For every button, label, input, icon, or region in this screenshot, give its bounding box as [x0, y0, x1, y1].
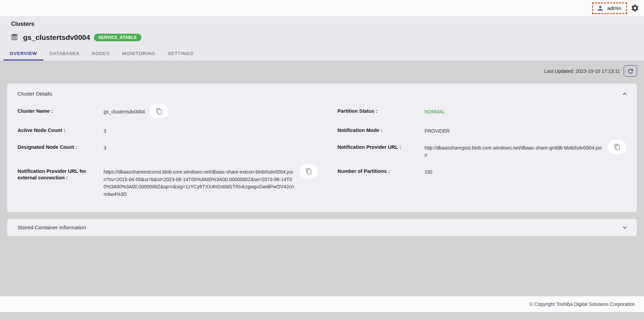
chevron-up-icon — [621, 90, 629, 98]
stored-container-panel: Stored Container Information — [7, 219, 637, 236]
copy-icon — [156, 108, 162, 114]
field-value-wrap: https://dbaasshareextconst.blob.core.win… — [104, 168, 337, 198]
person-icon — [597, 4, 604, 12]
refresh-icon — [627, 68, 634, 75]
field-label: Notification Provider URL for external c… — [18, 168, 104, 181]
field-row: Cluster Name :gs_clustertsdv0004 Partiti… — [18, 108, 626, 118]
field-label: Notification Mode : — [337, 127, 425, 134]
expand-panel-button[interactable] — [621, 224, 629, 231]
field-row: Designated Node Count :3Notification Pro… — [18, 144, 626, 159]
database-icon — [10, 33, 19, 42]
toolbar: Last Updated: 2023-10-10 17:13:11 — [0, 60, 644, 77]
main-content: Last Updated: 2023-10-10 17:13:11 Cluste… — [0, 60, 644, 296]
copyright-text: © Copyright Toshiba Digital Solutions Co… — [529, 301, 635, 307]
field-value: gs_clustertsdv0004 — [104, 108, 145, 116]
breadcrumb: Clusters — [11, 21, 644, 27]
field-value: 3 — [104, 127, 106, 135]
cluster-details-header: Cluster Details — [7, 84, 637, 98]
field-value: PROVIDER — [425, 127, 450, 135]
field-value: http://dbaassharegsst.blob.core.windows.… — [425, 144, 603, 159]
top-bar: admin — [0, 0, 644, 16]
field-value-wrap: 3 — [104, 127, 337, 135]
copy-icon — [305, 168, 312, 175]
tab-overview[interactable]: OVERVIEW — [3, 47, 43, 60]
copy-icon — [614, 144, 621, 150]
copy-button[interactable] — [299, 164, 318, 178]
bottom-strip — [0, 312, 644, 314]
cluster-details-fields: Cluster Name :gs_clustertsdv0004 Partiti… — [7, 98, 637, 212]
field-value: 192 — [425, 168, 432, 176]
field-value-wrap: 3 — [104, 144, 337, 152]
field-label: Cluster Name : — [18, 108, 104, 114]
tab-nodes[interactable]: NODES — [86, 47, 116, 60]
tab-databases[interactable]: DATABASES — [43, 47, 86, 60]
field-value: 3 — [104, 144, 106, 152]
cluster-title-row: gs_clustertsdv0004 SERVICE_STABLE — [10, 33, 644, 42]
status-badge: SERVICE_STABLE — [94, 34, 141, 41]
field-value-wrap: 192 — [425, 168, 626, 176]
tab-bar: OVERVIEWDATABASESNODESMONITORINGSETTINGS — [0, 47, 644, 60]
stored-container-title: Stored Container Information — [18, 224, 86, 231]
cluster-details-panel: Cluster Details Cluster Name :gs_cluster… — [7, 84, 637, 212]
chevron-down-icon — [621, 224, 629, 231]
field-label: Partition Status : — [337, 108, 425, 114]
admin-user-button[interactable]: admin — [592, 2, 627, 14]
field-label: Notification Provider URL : — [337, 144, 425, 151]
admin-username: admin — [607, 5, 621, 11]
field-label: Designated Node Count : — [18, 144, 104, 151]
cluster-details-title: Cluster Details — [18, 91, 52, 97]
field-value: NORMAL — [425, 108, 445, 116]
tab-settings[interactable]: SETTINGS — [162, 47, 200, 60]
field-value-wrap: http://dbaassharegsst.blob.core.windows.… — [425, 144, 626, 159]
tab-monitoring[interactable]: MONITORING — [116, 47, 162, 60]
cluster-name: gs_clustertsdv0004 — [23, 33, 90, 42]
copy-button[interactable] — [150, 104, 169, 118]
collapse-panel-button[interactable] — [621, 90, 629, 98]
gear-icon — [631, 4, 639, 12]
field-row: Active Node Count :3Notification Mode :P… — [18, 127, 626, 135]
field-value-wrap: NORMAL — [425, 108, 626, 116]
page-header: Clusters gs_clustertsdv0004 SERVICE_STAB… — [0, 16, 644, 60]
stored-container-header[interactable]: Stored Container Information — [7, 219, 637, 236]
field-value: https://dbaasshareextconst.blob.core.win… — [104, 168, 294, 198]
field-value-wrap: gs_clustertsdv0004 — [104, 108, 337, 118]
field-value-wrap: PROVIDER — [425, 127, 626, 135]
settings-gear-button[interactable] — [631, 4, 639, 12]
last-updated-text: Last Updated: 2023-10-10 17:13:11 — [544, 68, 620, 74]
field-label: Active Node Count : — [18, 127, 104, 134]
field-row: Notification Provider URL for external c… — [18, 168, 626, 198]
refresh-button[interactable] — [624, 65, 637, 77]
copy-button[interactable] — [608, 140, 626, 154]
footer: © Copyright Toshiba Digital Solutions Co… — [0, 296, 644, 312]
field-label: Number of Partitions : — [337, 168, 425, 175]
